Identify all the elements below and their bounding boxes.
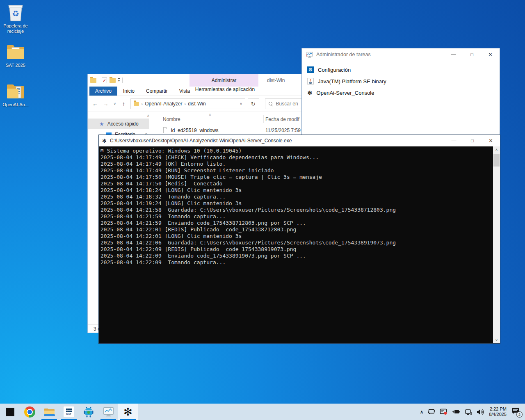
java-icon <box>307 78 314 84</box>
android-icon <box>83 406 94 418</box>
console-title: C:\Users\vboxuser\Desktop\OpenAI-Analyze… <box>110 138 292 144</box>
tray-screen-recorder-icon[interactable] <box>440 409 447 415</box>
qat-new-folder-icon[interactable] <box>110 78 116 83</box>
minimize-button[interactable]: — <box>444 48 463 61</box>
console-log-line: 2025-08-04 14:19:24 [LONG] Clic mantenid… <box>100 200 492 207</box>
console-log-line: 2025-08-04 14:17:49 [CHECK] Verificando … <box>100 154 492 161</box>
scroll-down-icon[interactable]: ∨ <box>493 337 500 343</box>
context-tab-administrar[interactable]: Administrar <box>189 74 258 87</box>
folder-icon <box>6 81 25 101</box>
address-bar[interactable]: › OpenAI-Analyzer › dist-Win ∨ <box>130 98 245 109</box>
tab-herramientas[interactable]: Herramientas de aplicación <box>192 87 258 92</box>
sort-indicator-icon: ∧ <box>209 113 211 116</box>
maximize-button[interactable]: □ <box>463 48 481 61</box>
console-log-line: 2025-08-04 14:22:06 Guardada: C:\Users\v… <box>100 240 492 246</box>
tray-show-hidden-icon[interactable]: ∧ <box>420 409 423 415</box>
console-log-line: 2025-08-04 14:17:50 [MOUSE] Triple clic … <box>100 174 492 180</box>
console-log-line: 2025-08-04 14:17:50 [Redis] Conectado <box>100 180 492 187</box>
desktop-icon-label: Papelera de reciclaje <box>0 23 31 34</box>
up-icon[interactable]: ↑ <box>120 100 128 107</box>
separator <box>99 78 99 83</box>
taskbar-explorer-button[interactable] <box>39 404 59 420</box>
desktop-icon-recycle-bin[interactable]: ♻ Papelera de reciclaje <box>0 2 31 34</box>
file-name: id_ed25519_windows <box>171 128 218 133</box>
console-titlebar[interactable]: ✻ C:\Users\vboxuser\Desktop\OpenAI-Analy… <box>99 135 500 146</box>
console-log-line: 2025-08-04 14:22:09 Enviando code_175433… <box>100 253 492 259</box>
file-explorer-icon <box>44 407 55 417</box>
console-log-line: 2025-08-04 14:17:49 [OK] Entorno listo. <box>100 161 492 167</box>
console-output: ⊞ Sistema operativo: Windows 10 (10.0.19… <box>100 148 492 343</box>
task-manager-icon <box>103 407 114 417</box>
task-row-openai-console[interactable]: ✻ OpenAi-Server_Console <box>302 87 500 98</box>
console-log-line: 2025-08-04 14:22:09 [REDIS] Publicado co… <box>100 246 492 253</box>
desktop-icon-openai-analyzer[interactable]: OpenAI-An... <box>0 81 31 107</box>
file-icon <box>163 127 168 133</box>
chrome-icon <box>24 406 35 418</box>
qat-customize-icon[interactable]: ▾ <box>118 78 120 82</box>
task-manager-titlebar[interactable]: Administrador de tareas — □ ✕ <box>302 48 500 61</box>
task-row-configuracion[interactable]: ⚙ Configuración <box>302 64 500 75</box>
sat-icon: SAT <box>64 406 74 417</box>
sidebar-item-acceso-rapido[interactable]: ★ Acceso rápido <box>88 119 149 129</box>
task-label: OpenAi-Server_Console <box>317 90 374 96</box>
close-button[interactable]: ✕ <box>482 135 500 146</box>
taskbar-taskmanager-button[interactable] <box>98 404 118 420</box>
start-button[interactable] <box>0 404 20 420</box>
console-window: ✻ C:\Users\vboxuser\Desktop\OpenAI-Analy… <box>98 135 500 344</box>
separator <box>122 78 123 83</box>
column-header-fecha[interactable]: Fecha de modif <box>265 116 299 122</box>
back-icon[interactable]: ← <box>91 100 99 107</box>
console-scrollbar[interactable]: ∧ ∨ <box>493 146 500 343</box>
task-manager-title: Administrador de tareas <box>316 52 371 57</box>
console-log-line: 2025-08-04 14:21:59 Enviando code_175433… <box>100 220 492 226</box>
sidebar-scroll-up-icon[interactable]: ∧ <box>147 114 150 118</box>
openai-icon: ✻ <box>123 406 132 417</box>
task-row-java[interactable]: Java(TM) Platform SE binary <box>302 75 500 87</box>
column-divider[interactable] <box>263 115 264 123</box>
openai-icon: ✻ <box>102 138 107 144</box>
taskbar-chrome-button[interactable] <box>20 404 39 420</box>
column-header-nombre[interactable]: Nombre <box>163 116 180 122</box>
console-log-line: 2025-08-04 14:17:49 [RUN] Screenshot Lis… <box>100 167 492 174</box>
console-log-line: 2025-08-04 14:18:24 [LONG] Clic mantenid… <box>100 187 492 194</box>
tray-volume-icon[interactable] <box>477 409 484 415</box>
tray-battery-icon[interactable] <box>452 409 460 415</box>
sidebar-item-label: Acceso rápido <box>107 121 139 127</box>
tab-archivo[interactable]: Archivo <box>89 87 117 96</box>
scroll-up-icon[interactable]: ∧ <box>493 146 500 153</box>
minimize-button[interactable]: — <box>445 135 463 146</box>
search-icon <box>269 102 273 106</box>
tray-network-icon[interactable] <box>465 409 472 415</box>
breadcrumb-dist-win[interactable]: dist-Win <box>188 101 205 107</box>
refresh-button[interactable]: ↻ <box>248 98 259 109</box>
file-date: 11/25/2025 7:59 <box>265 128 301 133</box>
task-label: Java(TM) Platform SE binary <box>318 78 386 84</box>
windows-logo-icon <box>6 408 14 416</box>
crumb-separator: › <box>185 101 186 106</box>
settings-gear-icon: ⚙ <box>307 66 314 73</box>
address-chevron-icon[interactable]: ∨ <box>240 102 242 106</box>
close-button[interactable]: ✕ <box>481 48 500 61</box>
console-log-line: 2025-08-04 14:22:01 [REDIS] Publicado co… <box>100 226 492 233</box>
qat-folder-icon[interactable] <box>90 78 96 83</box>
maximize-button[interactable]: □ <box>463 135 482 146</box>
breadcrumb-openai-analyzer[interactable]: OpenAI-Analyzer <box>145 101 182 107</box>
openai-icon: ✻ <box>307 90 313 96</box>
taskbar-sat-button[interactable]: SAT <box>59 404 79 420</box>
qat-properties-icon[interactable]: ✓ <box>102 78 107 83</box>
scrollbar-thumb[interactable] <box>493 154 500 167</box>
tray-display-sync-icon[interactable] <box>428 409 435 415</box>
crumb-separator: › <box>142 101 143 106</box>
taskbar-android-button[interactable] <box>79 404 98 420</box>
console-log-line: 2025-08-04 14:21:59 Tomando captura... <box>100 213 492 220</box>
tab-inicio[interactable]: Inicio <box>117 87 140 96</box>
explorer-window-title: dist-Win <box>267 74 285 87</box>
forward-icon[interactable]: → <box>102 100 110 107</box>
taskbar-openai-console-button[interactable]: ✻ <box>118 404 138 420</box>
taskbar-clock[interactable]: 2:22 PM 8/4/2025 <box>489 406 507 417</box>
desktop-icon-sat-2025[interactable]: SAT 2025 <box>0 42 31 68</box>
tab-compartir[interactable]: Compartir <box>140 87 173 96</box>
taskbar: SAT ✻ ∧ <box>0 404 525 420</box>
notification-center-button[interactable]: 2 <box>511 407 521 417</box>
history-chevron-icon[interactable]: ∨ <box>112 102 117 106</box>
